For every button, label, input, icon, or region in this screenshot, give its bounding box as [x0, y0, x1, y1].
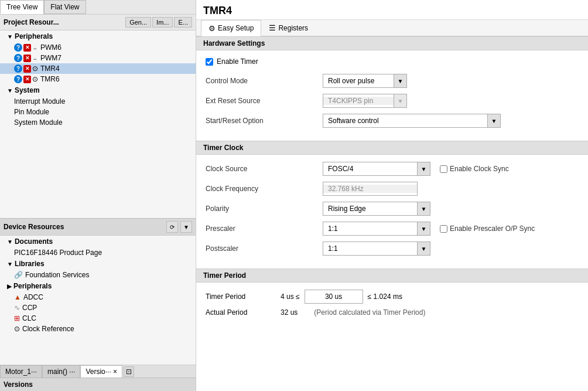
tree-item-ccp[interactable]: ∿ CCP [0, 302, 196, 313]
project-buttons: Gen... Im... E... [125, 17, 192, 28]
tree-view-btn[interactable]: Tree View [0, 0, 44, 14]
prescaler-dropdown[interactable]: 1:1 ▼ [323, 222, 430, 236]
pin-label: Pin Module [14, 108, 49, 116]
ext-reset-dropdown-btn[interactable]: ▼ [394, 94, 406, 107]
timer-period-row: Timer Period 4 us ≤ ≤ 1.024 ms [206, 290, 579, 304]
tab-registers[interactable]: ☰ Registers [261, 20, 316, 36]
clock-source-row: Clock Source FOSC/4 ▼ Enable Clock Sync [206, 162, 579, 176]
system-arrow-icon: ▼ [7, 87, 13, 94]
ccp-label: CCP [22, 304, 37, 312]
timer-period-input[interactable] [305, 290, 363, 304]
tree-item-clc[interactable]: ⊞ CLC [0, 313, 196, 324]
enable-clock-sync-row: Enable Clock Sync [440, 165, 509, 173]
prescaler-control: 1:1 ▼ Enable Prescaler O/P Sync [323, 222, 535, 236]
clock-freq-display: 32.768 kHz [323, 182, 418, 196]
postscaler-dropdown-btn[interactable]: ▼ [417, 242, 430, 255]
easy-setup-label: Easy Setup [218, 24, 254, 32]
tree-item-pin[interactable]: Pin Module [0, 107, 196, 117]
postscaler-label: Postscaler [206, 244, 323, 253]
settings-content: Hardware Settings Enable Timer Control M… [196, 36, 588, 391]
postscaler-dropdown[interactable]: 1:1 ▼ [323, 242, 430, 256]
start-reset-value: Software control [323, 117, 487, 125]
system-group[interactable]: ▼ System [0, 84, 196, 96]
tmr4-label: TMR4 [40, 64, 60, 73]
device-resource-reload-btn[interactable]: ⟳ [166, 221, 178, 233]
flat-view-btn[interactable]: Flat View [44, 0, 86, 14]
tree-item-interrupt[interactable]: Interrupt Module [0, 96, 196, 107]
start-reset-dropdown-btn[interactable]: ▼ [487, 114, 500, 127]
device-resource-icons: ⟳ ▼ [166, 221, 192, 233]
documents-label: Documents [15, 237, 53, 246]
ext-reset-dropdown[interactable]: T4CKIPPS pin ▼ [323, 94, 407, 108]
pwm7-label: PWM7 [40, 54, 61, 62]
tree-item-system-module[interactable]: System Module [0, 117, 196, 128]
control-mode-label: Control Mode [206, 77, 323, 85]
tab-expand-btn[interactable]: ⊡ [124, 366, 134, 377]
tree-item-tmr4[interactable]: ? ✕ ⊙ TMR4 [0, 63, 196, 74]
gen-btn[interactable]: Gen... [125, 17, 151, 28]
device-resource-dropdown-btn[interactable]: ▼ [180, 221, 192, 233]
tree-scroll: ▼ Peripherals ? ✕ ⫠ PWM6 ? ✕ ⫠ PWM7 ? ✕ … [0, 30, 196, 218]
system-module-label: System Module [14, 118, 63, 127]
view-toggle-bar: Tree View Flat View [0, 0, 196, 15]
ccp-icon: ∿ [14, 304, 20, 312]
clock-source-value: FOSC/4 [323, 165, 417, 173]
versions-label: Versions [4, 380, 33, 389]
clock-source-dropdown[interactable]: FOSC/4 ▼ [323, 162, 430, 176]
question-icon: ? [14, 54, 22, 62]
error-icon: ✕ [23, 44, 31, 52]
foundation-icon: 🔗 [14, 271, 23, 279]
e-btn[interactable]: E... [174, 17, 192, 28]
system-label: System [15, 86, 40, 94]
device-resources-scroll: ▼ Documents PIC16F18446 Product Page ▼ L… [0, 236, 196, 365]
enable-prescaler-sync-checkbox[interactable] [440, 225, 447, 233]
clock-source-dropdown-btn[interactable]: ▼ [417, 162, 430, 175]
versions-section: Versions [0, 378, 196, 391]
polarity-dropdown-btn[interactable]: ▼ [417, 202, 430, 215]
start-reset-dropdown[interactable]: Software control ▼ [323, 114, 501, 128]
tab-bar: ⚙ Easy Setup ☰ Registers [196, 20, 588, 36]
prescaler-dropdown-btn[interactable]: ▼ [417, 222, 430, 235]
tree-item-pwm7[interactable]: ? ✕ ⫠ PWM7 [0, 53, 196, 63]
im-btn[interactable]: Im... [152, 17, 173, 28]
clc-icon: ⊞ [14, 314, 20, 322]
enable-timer-checkbox[interactable] [206, 58, 213, 66]
bottom-tab-main[interactable]: main() ··· [42, 365, 80, 378]
timer-period-body: Timer Period 4 us ≤ ≤ 1.024 ms Actual Pe… [196, 283, 588, 328]
peripherals-group[interactable]: ▼ Peripherals [0, 30, 196, 42]
easy-setup-icon: ⚙ [208, 24, 216, 33]
bottom-tab-motor[interactable]: Motor_1··· [0, 365, 42, 378]
timer-icon: ⊙ [32, 75, 38, 83]
tree-item-tmr6[interactable]: ? ✕ ⊙ TMR6 [0, 74, 196, 84]
postscaler-control: 1:1 ▼ [323, 242, 430, 256]
polarity-dropdown[interactable]: Rising Edge ▼ [323, 202, 430, 216]
documents-group[interactable]: ▼ Documents [0, 236, 196, 247]
timer-icon: ⊙ [32, 64, 38, 73]
enable-clock-sync-checkbox[interactable] [440, 165, 447, 173]
tree-item-pic16[interactable]: PIC16F18446 Product Page [0, 247, 196, 258]
device-resources-title: Device Resources [4, 223, 64, 231]
dev-peripherals-group[interactable]: ▶ Peripherals [0, 280, 196, 292]
enable-timer-label: Enable Timer [217, 57, 258, 66]
control-mode-dropdown-btn[interactable]: ▼ [394, 74, 406, 87]
registers-label: Registers [278, 24, 308, 32]
clock-freq-control: 32.768 kHz [323, 182, 418, 196]
polarity-label: Polarity [206, 205, 323, 213]
control-mode-control: Roll over pulse ▼ [323, 74, 407, 88]
hardware-settings-body: Enable Timer Control Mode Roll over puls… [196, 50, 588, 141]
tree-item-clockref[interactable]: ⊙ Clock Reference [0, 324, 196, 334]
bottom-tab-version[interactable]: Versio··· × [80, 365, 122, 378]
tab-easy-setup[interactable]: ⚙ Easy Setup [201, 20, 261, 36]
actual-period-label: Actual Period [206, 308, 276, 317]
error-icon: ✕ [23, 65, 31, 73]
tree-item-adcc[interactable]: ▲ ADCC [0, 292, 196, 302]
clc-label: CLC [22, 314, 36, 322]
libraries-group[interactable]: ▼ Libraries [0, 258, 196, 270]
control-mode-dropdown[interactable]: Roll over pulse ▼ [323, 74, 407, 88]
libraries-label: Libraries [15, 260, 45, 268]
start-reset-row: Start/Reset Option Software control ▼ [206, 114, 579, 128]
tree-item-foundation[interactable]: 🔗 Foundation Services [0, 270, 196, 280]
clockref-icon: ⊙ [14, 325, 20, 333]
clock-freq-label: Clock Frequency [206, 185, 323, 193]
tree-item-pwm6[interactable]: ? ✕ ⫠ PWM6 [0, 42, 196, 53]
